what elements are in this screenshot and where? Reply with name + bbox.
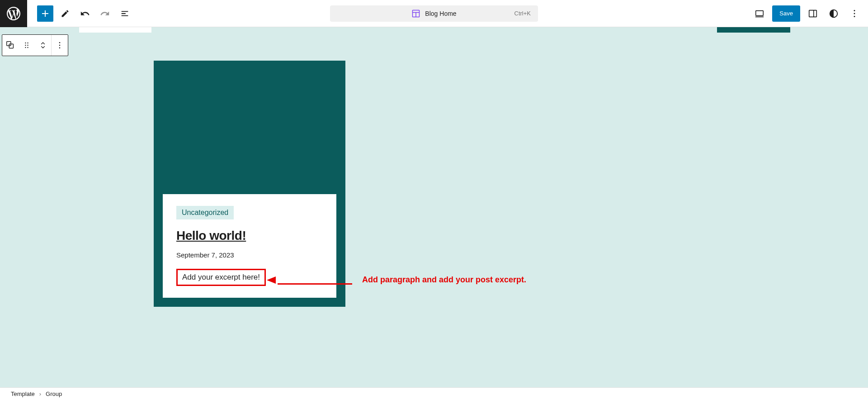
arrow-left-icon	[267, 276, 277, 285]
template-name-label: Blog Home	[425, 10, 456, 17]
move-updown-button[interactable]	[35, 35, 51, 56]
document-overview-button[interactable]	[117, 5, 133, 22]
breadcrumb-item-group[interactable]: Group	[46, 390, 62, 397]
post-title[interactable]: Hello world!	[176, 229, 323, 243]
excerpt-highlight-box: Add your excerpt here!	[176, 269, 266, 286]
svg-point-18	[59, 42, 61, 43]
top-toolbar: Blog Home Ctrl+K Save	[0, 0, 868, 27]
breadcrumb: Template › Group	[0, 387, 868, 400]
annotation-text: Add paragraph and add your post excerpt.	[362, 275, 526, 285]
drag-icon	[22, 41, 31, 50]
pencil-icon	[61, 9, 70, 18]
svg-marker-21	[267, 276, 276, 284]
svg-point-9	[854, 15, 855, 17]
chevron-right-icon: ›	[39, 390, 41, 397]
redo-button[interactable]	[97, 5, 113, 22]
contrast-icon	[829, 9, 839, 19]
annotation-callout: Add paragraph and add your post excerpt.	[268, 275, 526, 285]
breadcrumb-item-template[interactable]: Template	[11, 390, 35, 397]
svg-point-8	[854, 13, 855, 14]
block-toolbar	[2, 34, 68, 56]
svg-point-7	[854, 10, 855, 11]
excerpt-paragraph[interactable]: Add your excerpt here!	[182, 273, 260, 281]
desktop-icon	[755, 9, 764, 19]
partial-row-visible	[0, 27, 868, 33]
svg-point-14	[25, 45, 26, 46]
block-options-button[interactable]	[52, 35, 68, 56]
svg-rect-10	[7, 42, 11, 46]
kebab-icon	[55, 41, 64, 50]
toolbar-left-group	[27, 5, 133, 22]
save-button[interactable]: Save	[772, 5, 800, 22]
template-selector-button[interactable]: Blog Home Ctrl+K	[330, 5, 538, 22]
layout-icon	[411, 9, 420, 18]
view-button[interactable]	[751, 5, 768, 22]
svg-point-17	[27, 47, 28, 48]
svg-point-12	[25, 43, 26, 43]
keyboard-shortcut-hint: Ctrl+K	[514, 10, 531, 17]
svg-point-15	[27, 45, 28, 46]
styles-button[interactable]	[826, 5, 842, 22]
editor-canvas[interactable]: Uncategorized Hello world! September 7, …	[0, 27, 868, 344]
wordpress-logo-button[interactable]	[0, 0, 27, 27]
svg-point-13	[27, 43, 28, 43]
svg-point-19	[59, 45, 61, 46]
editor-canvas-wrap: Uncategorized Hello world! September 7, …	[0, 27, 868, 387]
svg-rect-11	[9, 44, 13, 48]
svg-rect-3	[756, 10, 764, 15]
sidebar-icon	[808, 9, 818, 19]
options-menu-button[interactable]	[846, 5, 863, 22]
wordpress-icon	[5, 5, 22, 22]
block-type-button[interactable]	[2, 35, 19, 56]
svg-point-16	[25, 47, 26, 48]
undo-icon	[80, 9, 90, 19]
featured-image-placeholder[interactable]	[154, 61, 345, 194]
settings-sidebar-button[interactable]	[805, 5, 821, 22]
svg-point-20	[59, 48, 61, 49]
annotation-arrow-line	[278, 283, 352, 285]
group-icon	[5, 40, 15, 50]
edit-mode-button[interactable]	[57, 5, 73, 22]
redo-icon	[100, 9, 110, 19]
chevron-updown-icon	[39, 40, 47, 50]
post-card-block[interactable]: Uncategorized Hello world! September 7, …	[154, 61, 345, 307]
post-date[interactable]: September 7, 2023	[176, 251, 323, 259]
editor-canvas-scroll[interactable]: Uncategorized Hello world! September 7, …	[0, 27, 868, 387]
add-block-button[interactable]	[37, 5, 53, 22]
svg-rect-5	[809, 10, 817, 17]
kebab-icon	[849, 9, 859, 19]
category-badge[interactable]: Uncategorized	[176, 206, 234, 219]
list-icon	[120, 9, 130, 19]
plus-icon	[40, 8, 51, 19]
toolbar-right-group: Save	[751, 5, 868, 22]
undo-button[interactable]	[77, 5, 93, 22]
drag-handle[interactable]	[19, 35, 35, 56]
